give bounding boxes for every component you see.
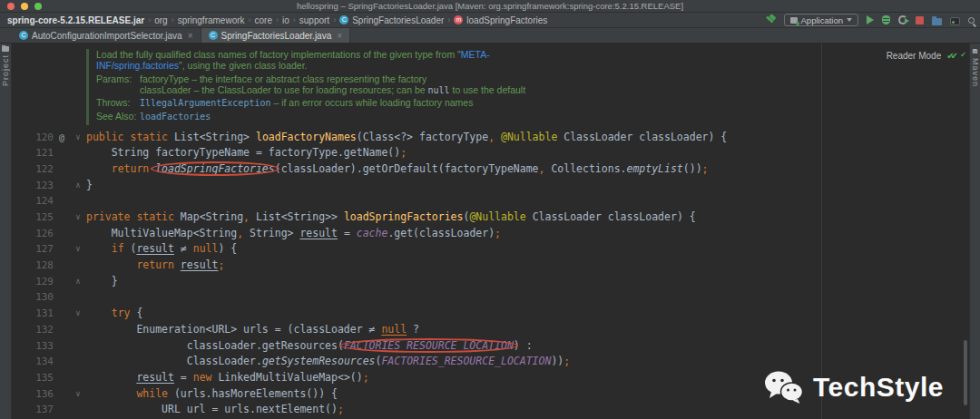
fold-marker-icon[interactable]: ∧ (70, 274, 86, 290)
fold-marker-icon[interactable]: ∨ (70, 130, 86, 146)
line-number[interactable]: 136 (12, 386, 54, 403)
fold-marker-icon[interactable]: ∨ (70, 306, 86, 322)
fold-marker-icon[interactable] (70, 289, 86, 306)
gutter-annotation-icon[interactable] (54, 386, 70, 403)
fold-marker-icon[interactable] (70, 322, 86, 338)
tab-springfactoriesloader[interactable]: C SpringFactoriesLoader.java × (201, 28, 351, 43)
code-text: } (86, 178, 969, 194)
line-number[interactable]: 127 (12, 241, 54, 258)
inspections-ok-icon[interactable]: ✔ (960, 51, 966, 59)
line-number[interactable]: 125 (12, 210, 54, 226)
stop-button[interactable] (916, 16, 924, 24)
tab-autoconfigurationimportselector[interactable]: C AutoConfigurationImportSelector.java × (12, 28, 201, 43)
code-line[interactable]: 134 ClassLoader.getSystemResources(FACTO… (12, 354, 969, 370)
code-line[interactable]: 129∧ } (12, 274, 969, 290)
line-number[interactable]: 131 (12, 306, 54, 322)
gutter-annotation-icon[interactable] (54, 226, 70, 242)
code-line[interactable]: 123∧} (12, 178, 969, 194)
line-number[interactable]: 126 (12, 226, 54, 242)
close-tab-icon[interactable]: × (337, 31, 342, 41)
gutter-annotation-icon[interactable] (54, 338, 70, 355)
breadcrumb-item-org[interactable]: org (154, 15, 167, 25)
line-number[interactable]: 128 (12, 258, 54, 274)
reader-mode-toggle[interactable]: Reader Mode ✔✔ (887, 51, 955, 61)
gutter-annotation-icon[interactable] (54, 370, 70, 386)
gutter-annotation-icon[interactable]: @ (54, 130, 70, 146)
breadcrumb-item-core[interactable]: core (255, 15, 272, 25)
tool-window-button-maven[interactable]: Maven (971, 58, 980, 87)
breadcrumb-item-method[interactable]: loadSpringFactories (466, 15, 547, 25)
breadcrumb-item-springframework[interactable]: springframework (178, 15, 245, 25)
gutter-annotation-icon[interactable] (54, 289, 70, 306)
line-number[interactable]: 122 (12, 161, 54, 178)
fold-marker-icon[interactable] (70, 145, 86, 161)
line-number[interactable]: 135 (12, 370, 54, 386)
line-number[interactable]: 134 (12, 354, 54, 370)
debug-button[interactable] (882, 15, 890, 24)
code-line[interactable]: 131∨ try { (12, 306, 969, 322)
gutter-annotation-icon[interactable] (54, 145, 70, 161)
code-line[interactable]: 124 (12, 193, 969, 210)
line-number[interactable]: 130 (12, 289, 54, 306)
code-line[interactable]: 130 (12, 289, 969, 306)
gutter-annotation-icon[interactable] (54, 161, 70, 178)
gutter-annotation-icon[interactable] (54, 274, 70, 290)
fold-marker-icon[interactable]: ∧ (70, 178, 86, 194)
fold-marker-icon[interactable] (70, 338, 86, 355)
code-line[interactable]: 120@∨public static List<String> loadFact… (12, 130, 969, 146)
javadoc-seealso-link[interactable]: loadFactories (140, 112, 211, 122)
gutter-annotation-icon[interactable] (54, 193, 70, 210)
tool-window-button-project[interactable]: Project (1, 54, 10, 86)
gutter-annotation-icon[interactable] (54, 241, 70, 258)
line-number[interactable]: 133 (12, 338, 54, 355)
terminal-icon[interactable] (950, 17, 960, 25)
javadoc-exception-link[interactable]: IllegalArgumentException (140, 98, 271, 108)
fold-marker-icon[interactable]: ∨ (70, 386, 86, 403)
code-line[interactable]: 122 return loadSpringFactories(classLoad… (12, 161, 969, 178)
editor-scrollbar[interactable] (964, 340, 967, 405)
gutter-annotation-icon[interactable] (54, 210, 70, 226)
gutter-annotation-icon[interactable] (54, 258, 70, 274)
code-line[interactable]: 125∨private static Map<String, List<Stri… (12, 210, 969, 226)
breadcrumb-item-jar[interactable]: spring-core-5.2.15.RELEASE.jar (7, 15, 144, 25)
run-button[interactable] (867, 15, 874, 24)
line-number[interactable]: 120 (12, 130, 54, 146)
fold-marker-icon[interactable] (70, 258, 86, 274)
run-with-coverage-button[interactable] (898, 15, 907, 24)
breadcrumb-item-io[interactable]: io (282, 15, 289, 25)
fold-marker-icon[interactable]: ∨ (70, 241, 86, 258)
fold-marker-icon[interactable] (70, 226, 86, 242)
line-number[interactable]: 123 (12, 178, 54, 194)
fold-marker-icon[interactable] (70, 402, 86, 418)
gutter-annotation-icon[interactable] (54, 178, 70, 194)
search-icon[interactable] (968, 17, 975, 24)
gutter-annotation-icon[interactable] (54, 322, 70, 338)
fold-marker-icon[interactable]: ∨ (70, 210, 86, 226)
gutter-annotation-icon[interactable] (54, 402, 70, 418)
editor-pane[interactable]: ✔ Reader Mode ✔✔ Load the fully qualifie… (12, 44, 969, 419)
close-tab-icon[interactable]: × (188, 31, 193, 41)
fold-marker-icon[interactable] (70, 370, 86, 386)
code-line[interactable]: 132 Enumeration<URL> urls = (classLoader… (12, 322, 969, 338)
code-line[interactable]: 121 String factoryTypeName = factoryType… (12, 145, 969, 161)
line-number[interactable]: 132 (12, 322, 54, 338)
line-number[interactable]: 137 (12, 402, 54, 418)
line-number[interactable]: 121 (12, 145, 54, 161)
code-line[interactable]: 126 MultiValueMap<String, String> result… (12, 226, 969, 242)
build-hammer-icon[interactable] (765, 15, 776, 25)
line-number[interactable]: 129 (12, 274, 54, 290)
code-line[interactable]: 127∨ if (result ≠ null) { (12, 241, 969, 258)
code-line[interactable]: 133 classLoader.getResources(FACTORIES_R… (12, 338, 969, 355)
project-structure-icon[interactable] (932, 18, 942, 25)
code-line[interactable]: 128 return result; (12, 258, 969, 274)
gutter-annotation-icon[interactable] (54, 354, 70, 370)
line-number[interactable]: 124 (12, 193, 54, 210)
fold-marker-icon[interactable] (70, 193, 86, 210)
fold-marker-icon[interactable] (70, 354, 86, 370)
fold-marker-icon[interactable] (70, 161, 86, 178)
breadcrumb-item-class[interactable]: SpringFactoriesLoader (352, 15, 444, 25)
breadcrumb-item-support[interactable]: support (299, 15, 329, 25)
breadcrumb-separator: › (172, 15, 174, 24)
run-configuration-select[interactable]: Application (784, 14, 858, 26)
gutter-annotation-icon[interactable] (54, 306, 70, 322)
